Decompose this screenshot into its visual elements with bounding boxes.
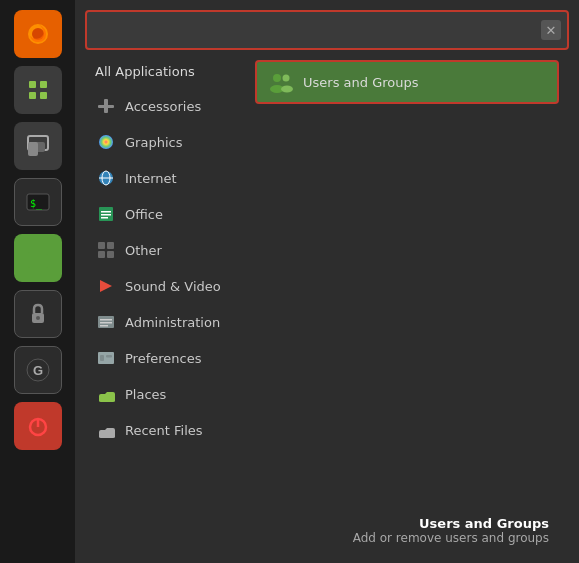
category-preferences[interactable]: Preferences (85, 341, 245, 375)
svg-rect-39 (106, 355, 112, 358)
category-internet-label: Internet (125, 171, 177, 186)
search-input[interactable]: Users and Groups (85, 10, 569, 50)
sound-video-icon (95, 275, 117, 297)
info-description: Add or remove users and groups (265, 531, 549, 545)
users-and-groups-icon (267, 68, 295, 96)
results-panel: Users and Groups Users and Groups Add or… (245, 60, 569, 553)
category-preferences-label: Preferences (125, 351, 201, 366)
info-bar: Users and Groups Add or remove users and… (255, 508, 559, 553)
category-internet[interactable]: Internet (85, 161, 245, 195)
graphics-icon (95, 131, 117, 153)
preferences-icon (95, 347, 117, 369)
svg-point-40 (273, 74, 281, 82)
category-administration-label: Administration (125, 315, 220, 330)
sidebar-icon-apps[interactable] (14, 66, 62, 114)
svg-rect-29 (107, 242, 114, 249)
category-places-label: Places (125, 387, 166, 402)
svg-rect-25 (101, 211, 111, 213)
svg-point-42 (283, 75, 290, 82)
category-recent-files-label: Recent Files (125, 423, 203, 438)
svg-rect-36 (100, 325, 108, 327)
svg-point-12 (36, 316, 40, 320)
category-accessories-label: Accessories (125, 99, 201, 114)
category-graphics-label: Graphics (125, 135, 182, 150)
svg-point-20 (99, 135, 113, 149)
result-users-and-groups-label: Users and Groups (303, 75, 418, 90)
sidebar-icon-firefox[interactable] (14, 10, 62, 58)
sidebar: $_ G (0, 0, 75, 563)
internet-icon (95, 167, 117, 189)
svg-rect-27 (101, 217, 108, 219)
office-icon (95, 203, 117, 225)
svg-rect-30 (98, 251, 105, 258)
svg-marker-32 (100, 280, 112, 292)
svg-point-43 (281, 86, 293, 93)
content-area: All Applications Accessories (85, 60, 569, 553)
sidebar-icon-lock[interactable] (14, 290, 62, 338)
search-clear-button[interactable]: ✕ (541, 20, 561, 40)
result-users-and-groups[interactable]: Users and Groups (255, 60, 559, 104)
sidebar-icon-files[interactable] (14, 234, 62, 282)
svg-rect-2 (29, 81, 36, 88)
info-title: Users and Groups (265, 516, 549, 531)
svg-text:G: G (33, 363, 43, 378)
sidebar-icon-terminal[interactable]: $_ (14, 178, 62, 226)
categories-panel: All Applications Accessories (85, 60, 245, 553)
svg-rect-31 (107, 251, 114, 258)
svg-rect-35 (100, 322, 112, 324)
svg-rect-8 (28, 142, 38, 156)
places-icon (95, 383, 117, 405)
category-other[interactable]: Other (85, 233, 245, 267)
svg-rect-3 (40, 81, 47, 88)
sidebar-icon-grub[interactable]: G (14, 346, 62, 394)
category-places[interactable]: Places (85, 377, 245, 411)
category-all[interactable]: All Applications (85, 60, 245, 83)
sidebar-icon-power[interactable] (14, 402, 62, 450)
search-container: Users and Groups ✕ (85, 10, 569, 50)
svg-rect-38 (100, 355, 104, 361)
svg-rect-34 (100, 319, 112, 321)
category-office-label: Office (125, 207, 163, 222)
svg-rect-28 (98, 242, 105, 249)
category-sound-video-label: Sound & Video (125, 279, 221, 294)
recent-files-icon (95, 419, 117, 441)
category-sound-video[interactable]: Sound & Video (85, 269, 245, 303)
category-graphics[interactable]: Graphics (85, 125, 245, 159)
other-icon (95, 239, 117, 261)
accessories-icon (95, 95, 117, 117)
sidebar-icon-switcher[interactable] (14, 122, 62, 170)
category-office[interactable]: Office (85, 197, 245, 231)
svg-rect-5 (40, 92, 47, 99)
category-accessories[interactable]: Accessories (85, 89, 245, 123)
category-administration[interactable]: Administration (85, 305, 245, 339)
category-recent-files[interactable]: Recent Files (85, 413, 245, 447)
svg-text:$_: $_ (30, 198, 43, 210)
svg-rect-18 (104, 99, 108, 113)
svg-rect-26 (101, 214, 111, 216)
main-panel: Users and Groups ✕ All Applications Acce… (75, 0, 579, 563)
category-other-label: Other (125, 243, 162, 258)
svg-rect-4 (29, 92, 36, 99)
administration-icon (95, 311, 117, 333)
